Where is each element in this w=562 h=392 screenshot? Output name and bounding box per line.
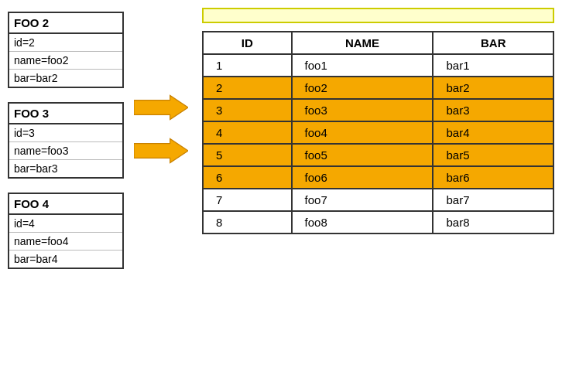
svg-marker-1 bbox=[134, 138, 188, 162]
arrow-column bbox=[134, 93, 188, 165]
table-cell-bar-2: bar3 bbox=[433, 99, 553, 121]
table-cell-name-1: foo2 bbox=[292, 77, 433, 99]
table-cell-id-2: 3 bbox=[203, 99, 292, 121]
arrow-1 bbox=[134, 93, 188, 122]
arrow-2 bbox=[134, 136, 188, 165]
svg-marker-0 bbox=[134, 95, 188, 119]
table-cell-bar-1: bar2 bbox=[433, 77, 553, 99]
foo-card-header-1: FOO 3 bbox=[9, 104, 122, 124]
table-cell-name-0: foo1 bbox=[292, 54, 433, 77]
table-cell-bar-0: bar1 bbox=[433, 54, 553, 77]
foo-card-header-2: FOO 4 bbox=[9, 194, 122, 215]
foo-card-row-1-2: bar=bar3 bbox=[9, 160, 122, 177]
result-table-wrapper: IDNAMEBAR 1foo1bar12foo2bar23foo3bar34fo… bbox=[202, 31, 554, 234]
table-cell-id-4: 5 bbox=[203, 144, 292, 166]
table-cell-id-3: 4 bbox=[203, 121, 292, 144]
foo-card-0: FOO 2id=2name=foo2bar=bar2 bbox=[8, 12, 124, 88]
table-cell-name-6: foo7 bbox=[292, 189, 433, 211]
table-cell-name-2: foo3 bbox=[292, 99, 433, 121]
table-row-2: 3foo3bar3 bbox=[203, 99, 553, 121]
table-cell-id-7: 8 bbox=[203, 211, 292, 233]
table-row-5: 6foo6bar6 bbox=[203, 166, 553, 189]
table-cell-id-0: 1 bbox=[203, 54, 292, 77]
foo-card-row-1-1: name=foo3 bbox=[9, 142, 122, 160]
table-cell-name-4: foo5 bbox=[292, 144, 433, 166]
table-cell-bar-5: bar6 bbox=[433, 166, 553, 189]
table-header-name: NAME bbox=[292, 32, 433, 54]
table-cell-id-1: 2 bbox=[203, 77, 292, 99]
result-table: IDNAMEBAR 1foo1bar12foo2bar23foo3bar34fo… bbox=[202, 31, 554, 234]
table-cell-id-6: 7 bbox=[203, 189, 292, 211]
foo-card-row-2-0: id=4 bbox=[9, 215, 122, 233]
table-cell-bar-3: bar4 bbox=[433, 121, 553, 144]
table-cell-bar-7: bar8 bbox=[433, 211, 553, 233]
table-cell-name-5: foo6 bbox=[292, 166, 433, 189]
main-container: FOO 2id=2name=foo2bar=bar2FOO 3id=3name=… bbox=[0, 0, 562, 392]
table-cell-bar-6: bar7 bbox=[433, 189, 553, 211]
table-row-7: 8foo8bar8 bbox=[203, 211, 553, 233]
foo-card-row-2-2: bar=bar4 bbox=[9, 251, 122, 268]
table-row-0: 1foo1bar1 bbox=[203, 54, 553, 77]
foo-card-row-1-0: id=3 bbox=[9, 124, 122, 142]
table-body: 1foo1bar12foo2bar23foo3bar34foo4bar45foo… bbox=[203, 54, 553, 233]
table-header-id: ID bbox=[203, 32, 292, 54]
table-row-1: 2foo2bar2 bbox=[203, 77, 553, 99]
sql-box bbox=[202, 8, 554, 23]
foo-card-row-2-1: name=foo4 bbox=[9, 233, 122, 251]
table-row-3: 4foo4bar4 bbox=[203, 121, 553, 144]
table-cell-name-3: foo4 bbox=[292, 121, 433, 144]
foo-card-row-0-1: name=foo2 bbox=[9, 52, 122, 70]
foo-card-1: FOO 3id=3name=foo3bar=bar3 bbox=[8, 102, 124, 179]
right-column: IDNAMEBAR 1foo1bar12foo2bar23foo3bar34fo… bbox=[194, 8, 554, 234]
table-header-row: IDNAMEBAR bbox=[203, 32, 553, 54]
table-header-bar: BAR bbox=[433, 32, 553, 54]
left-column: FOO 2id=2name=foo2bar=bar2FOO 3id=3name=… bbox=[8, 12, 128, 269]
foo-card-2: FOO 4id=4name=foo4bar=bar4 bbox=[8, 193, 124, 269]
foo-card-row-0-0: id=2 bbox=[9, 34, 122, 52]
table-row-4: 5foo5bar5 bbox=[203, 144, 553, 166]
foo-card-row-0-2: bar=bar2 bbox=[9, 70, 122, 87]
table-row-6: 7foo7bar7 bbox=[203, 189, 553, 211]
foo-card-header-0: FOO 2 bbox=[9, 13, 122, 34]
table-cell-id-5: 6 bbox=[203, 166, 292, 189]
table-cell-bar-4: bar5 bbox=[433, 144, 553, 166]
table-cell-name-7: foo8 bbox=[292, 211, 433, 233]
